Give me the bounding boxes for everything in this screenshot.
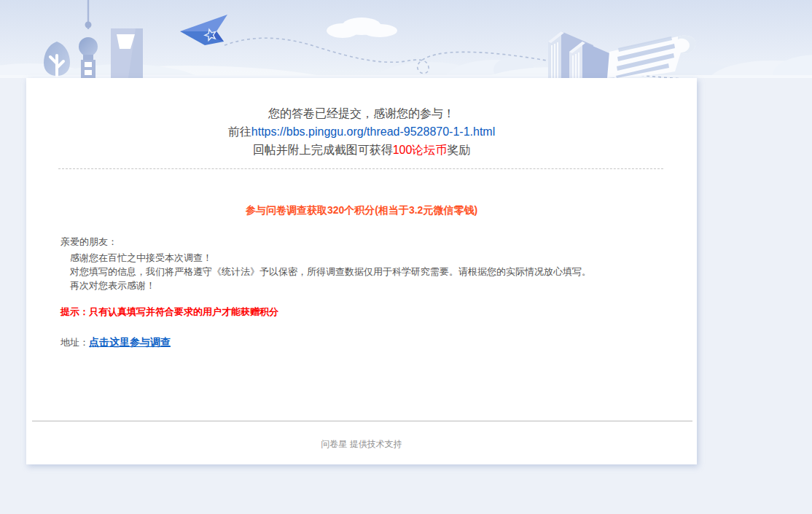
letter-line: 对您填写的信息，我们将严格遵守《统计法》予以保密，所得调查数据仅用于科学研究需要… xyxy=(60,265,663,279)
building-icon xyxy=(111,28,143,78)
tip-line: 提示：只有认真填写并符合要求的用户才能获赠积分 xyxy=(60,305,663,319)
footer-credit: 问卷星 提供技术支持 xyxy=(26,438,697,451)
goto-prefix: 前往 xyxy=(228,125,251,138)
address-line: 地址：点击这里参与调查 xyxy=(60,336,663,349)
forum-thread-link[interactable]: https://bbs.pinggu.org/thread-9528870-1-… xyxy=(251,125,495,138)
promo-line: 参与问卷调查获取320个积分(相当于3.2元微信零钱) xyxy=(26,204,697,217)
letter-salutation: 亲爱的朋友： xyxy=(60,235,663,249)
letter-line: 再次对您表示感谢！ xyxy=(60,279,663,292)
reward-suffix: 奖励 xyxy=(447,144,470,156)
dashed-divider xyxy=(58,168,663,169)
header-illustration xyxy=(0,0,812,78)
reward-prefix: 回帖并附上完成截图可获得 xyxy=(253,144,393,156)
address-label: 地址： xyxy=(60,337,89,348)
letter-line: 感谢您在百忙之中接受本次调查！ xyxy=(60,251,663,265)
sky-illustration xyxy=(0,0,812,78)
result-card: 您的答卷已经提交，感谢您的参与！ 前往https://bbs.pinggu.or… xyxy=(26,78,697,464)
goto-line: 前往https://bbs.pinggu.org/thread-9528870-… xyxy=(26,122,697,141)
footer-divider xyxy=(32,421,692,421)
reward-line: 回帖并附上完成截图可获得100论坛币奖励 xyxy=(26,141,697,159)
submit-message-block: 您的答卷已经提交，感谢您的参与！ 前往https://bbs.pinggu.or… xyxy=(26,78,697,159)
reward-highlight: 100论坛币 xyxy=(393,144,448,156)
survey-link[interactable]: 点击这里参与调查 xyxy=(89,336,171,348)
submit-message: 您的答卷已经提交，感谢您的参与！ xyxy=(26,104,697,122)
letter-block: 亲爱的朋友： 感谢您在百忙之中接受本次调查！ 对您填写的信息，我们将严格遵守《统… xyxy=(60,235,663,292)
